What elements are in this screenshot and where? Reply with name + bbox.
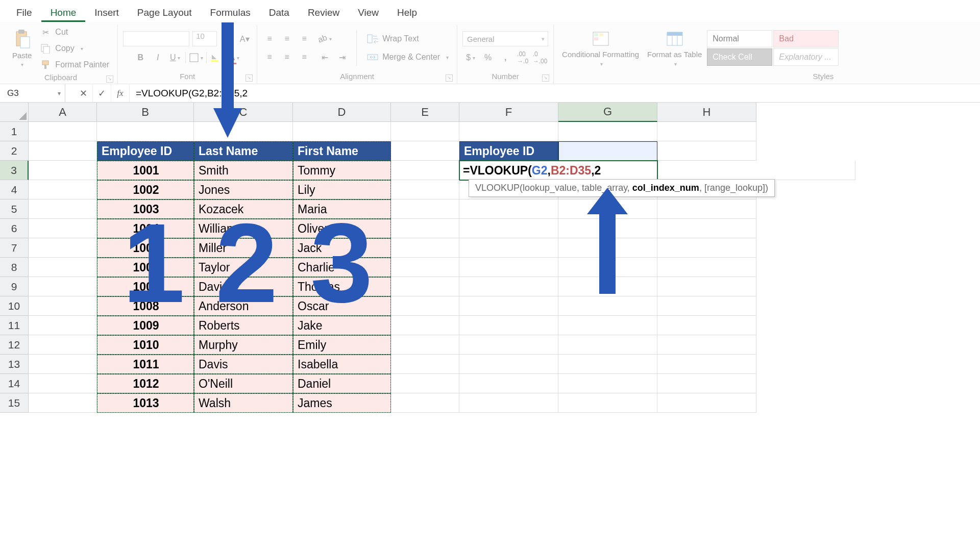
cell-A5[interactable] bbox=[29, 199, 97, 219]
cell-C14[interactable]: O'Neill bbox=[194, 374, 293, 393]
cell-B7[interactable]: 1005 bbox=[97, 238, 194, 258]
cell-A9[interactable] bbox=[29, 277, 97, 296]
decrease-decimal-icon[interactable]: .0→.00 bbox=[533, 51, 547, 65]
cell-D9[interactable]: Thomas bbox=[293, 277, 391, 296]
cancel-button[interactable]: ✕ bbox=[75, 84, 93, 102]
fx-button[interactable]: fx bbox=[111, 84, 130, 102]
cell-G10[interactable] bbox=[558, 296, 657, 316]
cell-C8[interactable]: Taylor bbox=[194, 258, 293, 277]
cell-H9[interactable] bbox=[657, 277, 756, 296]
decrease-font-icon[interactable]: A▾ bbox=[237, 32, 252, 46]
wrap-text-button[interactable]: Wrap Text bbox=[364, 32, 452, 46]
cell-C1[interactable] bbox=[194, 122, 293, 141]
format-as-table-button[interactable]: Format as Table bbox=[644, 28, 705, 68]
row-head-11[interactable]: 11 bbox=[0, 316, 29, 335]
cell-B1[interactable] bbox=[97, 122, 194, 141]
cell-G7[interactable] bbox=[558, 238, 657, 258]
clipboard-launcher-icon[interactable]: ↘ bbox=[106, 76, 113, 83]
row-head-6[interactable]: 6 bbox=[0, 219, 29, 238]
col-head-H[interactable]: H bbox=[657, 103, 756, 122]
tab-file[interactable]: File bbox=[7, 4, 41, 22]
cell-F11[interactable] bbox=[459, 316, 558, 335]
cell-B10[interactable]: 1008 bbox=[97, 296, 194, 316]
alignment-launcher-icon[interactable]: ↘ bbox=[446, 74, 453, 82]
cell-E5[interactable] bbox=[391, 199, 459, 219]
cell-A10[interactable] bbox=[29, 296, 97, 316]
cell-G1[interactable] bbox=[558, 122, 657, 141]
increase-font-icon[interactable]: A▴ bbox=[220, 32, 234, 46]
cell-D15[interactable]: James bbox=[293, 393, 391, 413]
style-normal[interactable]: Normal bbox=[707, 30, 772, 47]
cell-E2[interactable] bbox=[391, 141, 459, 161]
cell-H3[interactable] bbox=[756, 161, 855, 180]
cell-E11[interactable] bbox=[391, 316, 459, 335]
fill-color-button[interactable] bbox=[210, 51, 224, 65]
borders-button[interactable] bbox=[189, 51, 203, 65]
cell-E12[interactable] bbox=[391, 335, 459, 355]
style-check-cell[interactable]: Check Cell bbox=[707, 48, 772, 66]
cell-B3[interactable]: 1001 bbox=[97, 161, 194, 180]
cell-C3[interactable]: Smith bbox=[194, 161, 293, 180]
cell-F13[interactable] bbox=[459, 355, 558, 374]
align-center-icon[interactable]: ≡ bbox=[280, 50, 294, 64]
paste-button[interactable]: Paste ▾ bbox=[9, 29, 35, 68]
cell-G9[interactable] bbox=[558, 277, 657, 296]
cell-H6[interactable] bbox=[657, 219, 756, 238]
cell-F3[interactable]: =VLOOKUP(G2,B2:D35,2 bbox=[459, 161, 657, 180]
cell-H5[interactable] bbox=[657, 199, 756, 219]
increase-indent-icon[interactable]: ⇥ bbox=[335, 50, 349, 64]
name-box[interactable]: G3 bbox=[0, 84, 65, 102]
align-bottom-icon[interactable]: ≡ bbox=[297, 32, 311, 46]
cell-D14[interactable]: Daniel bbox=[293, 374, 391, 393]
cell-H7[interactable] bbox=[657, 238, 756, 258]
cell-E6[interactable] bbox=[391, 219, 459, 238]
cell-E13[interactable] bbox=[391, 355, 459, 374]
cell-E9[interactable] bbox=[391, 277, 459, 296]
cell-F7[interactable] bbox=[459, 238, 558, 258]
cell-D4[interactable]: Lily bbox=[293, 180, 391, 199]
col-head-A[interactable]: A bbox=[29, 103, 97, 122]
cell-E10[interactable] bbox=[391, 296, 459, 316]
font-color-button[interactable]: A bbox=[227, 51, 241, 65]
row-head-2[interactable]: 2 bbox=[0, 141, 29, 161]
row-head-15[interactable]: 15 bbox=[0, 393, 29, 413]
format-painter-button[interactable]: Format Painter bbox=[37, 58, 112, 72]
cell-C15[interactable]: Walsh bbox=[194, 393, 293, 413]
conditional-formatting-button[interactable]: Conditional Formatting bbox=[559, 28, 642, 68]
row-head-5[interactable]: 5 bbox=[0, 199, 29, 219]
comma-format-icon[interactable]: , bbox=[498, 51, 512, 65]
tab-data[interactable]: Data bbox=[260, 4, 299, 22]
col-head-F[interactable]: F bbox=[459, 103, 558, 122]
tab-page-layout[interactable]: Page Layout bbox=[128, 4, 201, 22]
worksheet-grid[interactable]: ABCDEFGH123456789101112131415Employee ID… bbox=[0, 103, 980, 122]
cell-D7[interactable]: Jack bbox=[293, 238, 391, 258]
cell-D3[interactable]: Tommy bbox=[293, 161, 391, 180]
number-format-dropdown[interactable]: General bbox=[462, 31, 548, 46]
italic-button[interactable]: I bbox=[151, 51, 165, 65]
cell-E8[interactable] bbox=[391, 258, 459, 277]
cell-E15[interactable] bbox=[391, 393, 459, 413]
cell-C5[interactable]: Kozacek bbox=[194, 199, 293, 219]
cell-G11[interactable] bbox=[558, 316, 657, 335]
align-middle-icon[interactable]: ≡ bbox=[280, 32, 294, 46]
cell-A3[interactable] bbox=[29, 161, 97, 180]
cell-G12[interactable] bbox=[558, 335, 657, 355]
cut-button[interactable]: ✂Cut bbox=[37, 25, 112, 39]
col-head-G[interactable]: G bbox=[558, 103, 657, 122]
cell-C10[interactable]: Anderson bbox=[194, 296, 293, 316]
bold-button[interactable]: B bbox=[133, 51, 148, 65]
cell-D8[interactable]: Charlie bbox=[293, 258, 391, 277]
cell-A14[interactable] bbox=[29, 374, 97, 393]
row-head-8[interactable]: 8 bbox=[0, 258, 29, 277]
cell-F9[interactable] bbox=[459, 277, 558, 296]
cell-A15[interactable] bbox=[29, 393, 97, 413]
cell-H2[interactable] bbox=[657, 141, 756, 161]
cell-C7[interactable]: Miller bbox=[194, 238, 293, 258]
cell-A6[interactable] bbox=[29, 219, 97, 238]
cell-B2[interactable]: Employee ID bbox=[97, 141, 194, 161]
cell-A7[interactable] bbox=[29, 238, 97, 258]
cell-A13[interactable] bbox=[29, 355, 97, 374]
cell-F10[interactable] bbox=[459, 296, 558, 316]
cell-F15[interactable] bbox=[459, 393, 558, 413]
cell-B15[interactable]: 1013 bbox=[97, 393, 194, 413]
